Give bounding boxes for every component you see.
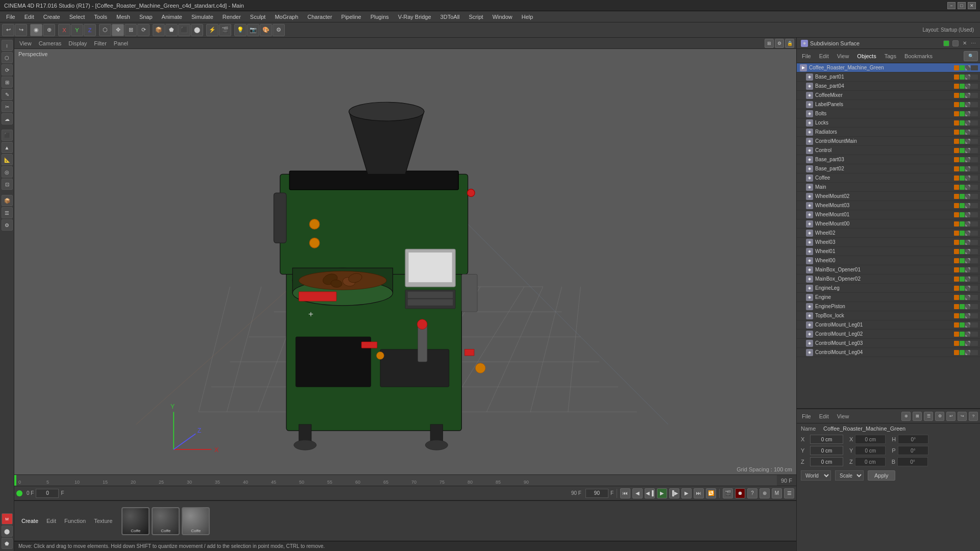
attr-icon-2[interactable]: ⊠ [913,412,922,421]
menubar-item-animate[interactable]: Animate [158,13,186,21]
object-list-item[interactable]: ◈MainBox_Opener02 [797,274,980,284]
loop-button[interactable]: 🔁 [706,488,716,498]
object-list-item[interactable]: ◈Control [797,146,980,155]
subdiv-close[interactable]: ✕ [963,40,967,46]
edge-mode[interactable]: ⬛ [178,24,190,36]
visibility-dot[interactable] [954,304,959,309]
attr-icon-5[interactable]: ↩ [946,412,955,421]
subdiv-toggle[interactable] [952,40,959,46]
left-tool-3[interactable]: ⟳ [2,64,13,76]
visibility-dot[interactable] [954,341,959,346]
play-forward-button[interactable]: ▐▶ [669,488,679,498]
left-tool-maxon[interactable]: M [2,513,13,524]
move-tool[interactable]: ✥ [112,24,124,36]
menubar-item-pipeline[interactable]: Pipeline [337,13,365,21]
render-dot[interactable] [960,176,965,181]
point-mode[interactable]: ⬤ [191,24,203,36]
obj-tab-tags[interactable]: Tags [881,52,899,60]
menubar-item-help[interactable]: Help [518,13,537,21]
object-list-item[interactable]: ◈Locks [797,118,980,128]
render-dot[interactable] [960,166,965,171]
checker-dot[interactable] [965,84,970,89]
render-dot[interactable] [960,185,965,190]
visibility-dot[interactable] [954,120,959,126]
obj-tab-edit[interactable]: Edit [816,52,832,60]
visibility-dot[interactable] [954,194,959,199]
attr-icon-3[interactable]: ☰ [924,412,933,421]
visibility-dot[interactable] [954,249,959,254]
record-button[interactable]: ⏺ [735,488,745,498]
menubar-item-simulate[interactable]: Simulate [187,13,217,21]
tag-x[interactable] [971,332,978,337]
tag-x[interactable] [971,120,978,126]
undo-button[interactable]: ↩ [2,24,14,36]
tag-x[interactable] [971,249,978,254]
material-swatch-3[interactable]: Coffe [182,507,210,535]
attr-tab-edit[interactable]: Edit [816,412,832,420]
visibility-dot[interactable] [954,258,959,263]
menubar-item-3dtoall[interactable]: 3DToAll [436,13,464,21]
render-dot[interactable] [960,212,965,217]
object-list-item[interactable]: ◈ControlMount_Leg02 [797,330,980,339]
object-list-item[interactable]: ◈EngineLeg [797,284,980,293]
object-list-item[interactable]: ◈Base_part03 [797,155,980,164]
visibility-dot[interactable] [954,166,959,171]
visibility-dot[interactable] [954,286,959,291]
visibility-dot[interactable] [954,295,959,300]
vp-tab-filter[interactable]: Filter [91,40,109,47]
tag-x[interactable] [971,304,978,309]
left-tool-7[interactable]: ☁ [2,113,13,124]
object-list-item[interactable]: ◈Main [797,183,980,192]
prev-frame-button[interactable]: ◀ [632,488,643,498]
render-dot[interactable] [960,286,965,291]
checker-dot[interactable] [965,221,970,227]
object-list-item[interactable]: ◈ControlMount_Leg04 [797,348,980,357]
object-list-item[interactable]: ◈Base_part02 [797,164,980,173]
vp-tab-panel[interactable]: Panel [111,40,131,47]
menubar-item-script[interactable]: Script [465,13,487,21]
render-dot[interactable] [960,249,965,254]
visibility-dot[interactable] [954,203,959,208]
visibility-dot[interactable] [954,84,959,89]
settings-tool[interactable]: ⚙ [273,24,285,36]
checker-dot[interactable] [965,203,970,208]
object-list-item[interactable]: ◈CoffeeMixer [797,91,980,100]
tag-x[interactable] [971,84,978,89]
tag-x[interactable] [971,341,978,346]
visibility-dot[interactable] [954,350,959,355]
left-tool-13[interactable]: 📦 [2,195,13,206]
visibility-dot[interactable] [954,176,959,181]
visibility-dot[interactable] [954,65,959,70]
render-dot[interactable] [960,139,965,144]
checker-dot[interactable] [965,185,970,190]
tag-x[interactable] [971,212,978,217]
render-dot[interactable] [960,74,965,80]
polygon-mode[interactable]: ⬟ [165,24,178,36]
render-dot[interactable] [960,304,965,309]
object-list-item[interactable]: ◈Wheel02 [797,229,980,238]
checker-dot[interactable] [965,111,970,116]
rotate-tool[interactable]: ⟳ [137,24,150,36]
tag-x[interactable] [971,93,978,98]
goto-end-button[interactable]: ⏭ [694,488,704,498]
render-dot[interactable] [960,203,965,208]
mat-tab-edit[interactable]: Edit [43,517,59,525]
menubar-item-mesh[interactable]: Mesh [112,13,134,21]
select-tool[interactable]: ⬡ [99,24,111,36]
checker-dot[interactable] [965,176,970,181]
tag-x[interactable] [971,286,978,291]
attr-tab-file[interactable]: File [799,412,814,420]
tag-x[interactable] [971,258,978,263]
menubar-item-plugins[interactable]: Plugins [366,13,393,21]
visibility-dot[interactable] [954,231,959,236]
render-dot[interactable] [960,120,965,126]
apply-button[interactable]: Apply [868,470,895,481]
left-tool-15[interactable]: ⚙ [2,219,13,231]
vp-tab-display[interactable]: Display [65,40,90,47]
visibility-dot[interactable] [954,74,959,80]
vp-icon-settings[interactable]: ⚙ [775,39,784,48]
tag-x[interactable] [971,130,978,135]
snap-button[interactable]: ⊕ [760,488,770,498]
object-list-item[interactable]: ◈Base_part01 [797,72,980,82]
obj-tab-view[interactable]: View [834,52,852,60]
